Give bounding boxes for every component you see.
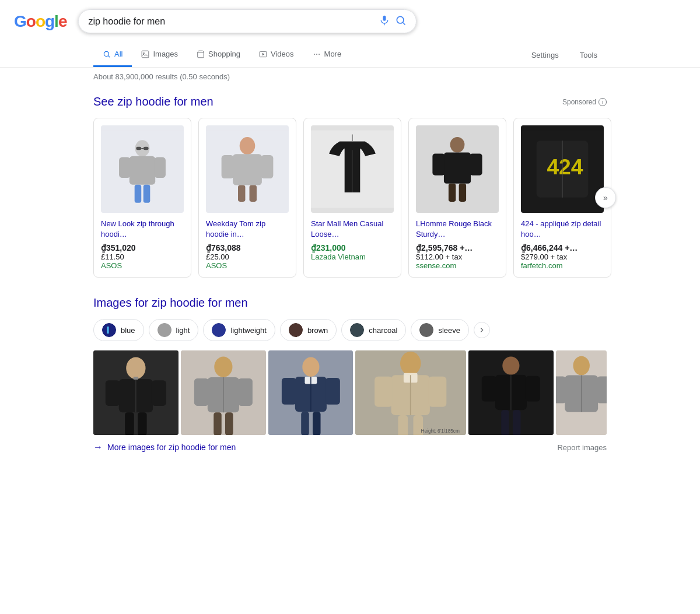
product-name-2: Weekday Tom zip hoodie in… xyxy=(206,219,289,240)
search-bar xyxy=(78,9,416,33)
svg-point-25 xyxy=(240,137,256,155)
chip-swatch-lightweight xyxy=(212,323,226,337)
report-images-text: Report images xyxy=(557,443,607,452)
chip-charcoal[interactable]: charcoal xyxy=(341,319,406,341)
svg-text:424: 424 xyxy=(547,155,583,179)
product-price-local-2: ₫763,088 xyxy=(206,243,289,252)
svg-rect-39 xyxy=(470,153,482,175)
chips-chevron-right-icon xyxy=(478,326,486,334)
next-chevron-icon: » xyxy=(603,193,608,202)
svg-text:Height: 6'1/185cm: Height: 6'1/185cm xyxy=(421,429,460,434)
nav-item-all[interactable]: All xyxy=(93,43,132,67)
nav-more-label: More xyxy=(324,50,342,58)
image-grid-item-5[interactable] xyxy=(468,350,554,435)
more-images-text: More images for zip hoodie for men xyxy=(107,443,236,452)
images-section: Images for zip hoodie for men blue light… xyxy=(0,287,700,462)
svg-rect-75 xyxy=(301,412,309,436)
more-dots-icon xyxy=(313,50,321,58)
product-price-usd-5: $279.00 + tax xyxy=(521,252,604,261)
image-grid-item-3[interactable] xyxy=(268,350,354,435)
product-price-local-1: ₫351,020 xyxy=(101,243,184,252)
svg-rect-20 xyxy=(144,185,150,203)
products-container: New Look zip through hoodi… ₫351,020 £11… xyxy=(93,118,607,278)
image-grid-item-6[interactable] xyxy=(556,350,607,435)
svg-rect-68 xyxy=(225,413,233,436)
images-section-title: Images for zip hoodie for men xyxy=(93,296,607,310)
svg-rect-52 xyxy=(419,323,433,337)
image-grid-item-2[interactable] xyxy=(181,350,266,435)
more-images-link[interactable]: → More images for zip hoodie for men xyxy=(93,442,236,452)
svg-line-5 xyxy=(108,55,110,57)
image-grid: Height: 6'1/185cm Size: M xyxy=(93,350,607,435)
nav-settings[interactable]: Settings xyxy=(522,44,568,66)
svg-point-36 xyxy=(450,137,465,153)
sponsored-info-icon[interactable]: i xyxy=(598,98,607,106)
logo-g: g xyxy=(45,12,54,30)
svg-rect-76 xyxy=(313,412,321,436)
product-store-2: ASOS xyxy=(206,261,289,270)
nav-shopping-label: Shopping xyxy=(208,50,240,58)
svg-point-13 xyxy=(318,54,320,55)
product-name-5: 424 - appliqué zip detail hoo… xyxy=(521,219,604,240)
chip-blue[interactable]: blue xyxy=(93,319,144,341)
svg-rect-59 xyxy=(138,413,147,436)
chip-light[interactable]: light xyxy=(149,319,199,341)
product-store-5: farfetch.com xyxy=(521,261,604,270)
product-name-1: New Look zip through hoodi… xyxy=(101,219,184,240)
svg-rect-19 xyxy=(135,185,142,203)
product-price-local-5: ₫6,466,244 +… xyxy=(521,243,604,252)
logo-o2: o xyxy=(36,12,45,30)
google-logo[interactable]: Google xyxy=(14,12,66,31)
svg-rect-18 xyxy=(154,157,166,178)
product-card-4[interactable]: LHomme Rouge Black Sturdy… ₫2,595,768 +…… xyxy=(408,118,506,278)
svg-rect-50 xyxy=(289,323,303,337)
nav-item-videos[interactable]: Videos xyxy=(250,43,303,67)
svg-rect-66 xyxy=(238,378,253,406)
microphone-icon[interactable] xyxy=(379,15,390,28)
search-input[interactable] xyxy=(88,16,374,27)
product-store-4: ssense.com xyxy=(416,261,499,270)
svg-rect-94 xyxy=(526,376,540,402)
product-card-2[interactable]: Weekday Tom zip hoodie in… ₫763,088 £25.… xyxy=(198,118,296,278)
image-grid-item-1[interactable] xyxy=(93,350,178,435)
nav-item-images[interactable]: Images xyxy=(132,43,187,67)
nav-bar: All Images Shopping Videos More S xyxy=(0,43,700,68)
chip-lightweight-label: lightweight xyxy=(230,326,266,335)
svg-rect-17 xyxy=(119,157,131,178)
svg-rect-56 xyxy=(106,381,120,406)
tools-label: Tools xyxy=(580,51,597,59)
nav-item-shopping[interactable]: Shopping xyxy=(187,43,250,67)
chip-brown[interactable]: brown xyxy=(280,319,337,341)
arrow-right-icon: → xyxy=(93,442,103,452)
svg-point-80 xyxy=(400,352,421,375)
svg-rect-16 xyxy=(130,156,155,185)
product-price-usd-4: $112.00 + tax xyxy=(416,252,499,261)
product-card-3[interactable]: Star Mall Men Casual Loose… ₫231,000 Laz… xyxy=(303,118,401,278)
svg-rect-51 xyxy=(350,323,364,337)
chip-brown-label: brown xyxy=(307,326,328,335)
shopping-icon xyxy=(197,50,205,58)
nav-all-label: All xyxy=(114,50,123,58)
product-card-1[interactable]: New Look zip through hoodi… ₫351,020 £11… xyxy=(93,118,191,278)
svg-rect-65 xyxy=(194,378,209,406)
image-grid-item-4[interactable]: Height: 6'1/185cm Size: M xyxy=(355,350,466,435)
chip-light-label: light xyxy=(176,326,190,335)
chip-lightweight[interactable]: lightweight xyxy=(203,319,275,341)
search-submit-icon[interactable] xyxy=(395,15,407,28)
nav-tools[interactable]: Tools xyxy=(570,44,607,66)
product-image-5: 424 xyxy=(521,125,604,213)
chip-sleeve[interactable]: sleeve xyxy=(411,319,469,341)
logo-e: e xyxy=(58,12,67,30)
svg-rect-83 xyxy=(429,377,447,407)
shopping-section: See zip hoodie for men Sponsored i xyxy=(0,86,700,287)
products-next-button[interactable]: » xyxy=(595,187,616,208)
nav-item-more[interactable]: More xyxy=(303,43,351,67)
svg-rect-37 xyxy=(444,153,471,184)
report-images-link[interactable]: Report images xyxy=(557,443,607,452)
logo-G: G xyxy=(14,12,26,30)
chips-next-button[interactable] xyxy=(474,322,490,338)
svg-rect-29 xyxy=(238,185,245,202)
sponsored-text: Sponsored xyxy=(562,98,596,106)
svg-rect-57 xyxy=(152,381,166,406)
search-icon xyxy=(103,50,111,58)
